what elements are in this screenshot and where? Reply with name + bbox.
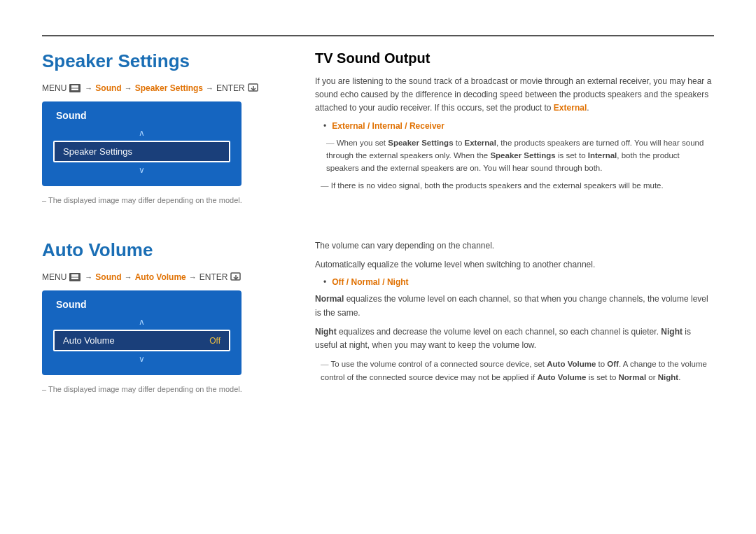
arrow3: → bbox=[206, 84, 214, 92]
speaker-settings-title: Speaker Settings bbox=[42, 50, 287, 72]
off-bold: Off bbox=[607, 360, 619, 368]
menu-enter-label: ENTER bbox=[216, 83, 245, 93]
arrow1: → bbox=[85, 84, 92, 92]
menu-item-label: Speaker Settings bbox=[63, 146, 132, 157]
menu-prefix: MENU bbox=[42, 83, 66, 93]
menu-item-label2: Auto Volume bbox=[63, 335, 115, 346]
tv-sound-para1: If you are listening to the sound track … bbox=[315, 75, 714, 115]
menu-item-auto-volume[interactable]: Auto Volume Off bbox=[53, 330, 230, 351]
enter-icon2 bbox=[230, 272, 241, 282]
auto-volume-note: The displayed image may differ depending… bbox=[42, 385, 287, 393]
page: Speaker Settings MENU → Sound → Speaker … bbox=[0, 0, 756, 421]
auto-volume-left: Auto Volume MENU → Sound → Auto Volume →… bbox=[42, 239, 287, 393]
auto-volume-bold: Auto Volume bbox=[547, 360, 596, 368]
menu-box-title2: Sound bbox=[53, 299, 230, 310]
menu-arrow-up[interactable]: ∧ bbox=[53, 128, 230, 138]
normal-bold: Normal bbox=[315, 294, 344, 304]
menu-arrow-down[interactable]: ∨ bbox=[53, 165, 230, 175]
night-bold2: Night bbox=[661, 327, 682, 337]
menu-item-speaker-settings[interactable]: Speaker Settings bbox=[53, 141, 230, 162]
normal-bold2: Normal bbox=[619, 373, 647, 381]
menu-sound-link: Sound bbox=[95, 83, 121, 93]
bullet-options: External / Internal / Receiver bbox=[332, 121, 444, 131]
external-bold: External bbox=[465, 139, 496, 147]
auto-volume-right: The volume can vary depending on the cha… bbox=[315, 239, 714, 393]
speaker-settings-sub-note: When you set Speaker Settings to Externa… bbox=[321, 136, 714, 175]
auto-volume-section: Auto Volume MENU → Sound → Auto Volume →… bbox=[42, 239, 714, 393]
bullet-off-normal-night: Off / Normal / Night bbox=[323, 277, 714, 287]
auto-volume-bold2: Auto Volume bbox=[537, 373, 586, 381]
auto-volume-end-note: To use the volume control of a connected… bbox=[315, 358, 714, 384]
auto-volume-menu-box: Sound ∧ Auto Volume Off ∨ bbox=[42, 290, 241, 375]
normal-description: Normal equalizes the volume level on eac… bbox=[315, 293, 714, 319]
speaker-settings-right: TV Sound Output If you are listening to … bbox=[315, 50, 714, 204]
menu-box-title: Sound bbox=[53, 110, 230, 121]
speaker-settings-menu-path: MENU → Sound → Speaker Settings → ENTER bbox=[42, 83, 287, 93]
menu-icon2 bbox=[69, 273, 80, 281]
menu-sound-link2: Sound bbox=[95, 272, 121, 282]
arrow2: → bbox=[125, 84, 132, 92]
top-divider bbox=[42, 35, 714, 36]
bullet-options2: Off / Normal / Night bbox=[332, 277, 408, 287]
menu-arrow-down2[interactable]: ∨ bbox=[53, 354, 230, 364]
auto-volume-para2: Automatically equalize the volume level … bbox=[315, 258, 714, 272]
arrow1b: → bbox=[85, 273, 92, 281]
speaker-settings-left: Speaker Settings MENU → Sound → Speaker … bbox=[42, 50, 287, 204]
night-bold3: Night bbox=[658, 373, 678, 381]
menu-item-value: Off bbox=[209, 336, 220, 346]
auto-volume-para1: The volume can vary depending on the cha… bbox=[315, 239, 714, 253]
menu-enter-label2: ENTER bbox=[200, 272, 228, 282]
speaker-settings-bold1: Speaker Settings bbox=[388, 139, 453, 147]
speaker-settings-note: The displayed image may differ depending… bbox=[42, 196, 287, 204]
menu-prefix2: MENU bbox=[42, 272, 66, 282]
bullet-external-internal: External / Internal / Receiver bbox=[323, 121, 714, 131]
speaker-settings-bold2: Speaker Settings bbox=[490, 151, 555, 160]
arrow2b: → bbox=[125, 273, 132, 281]
night-description: Night equalizes and decrease the volume … bbox=[315, 325, 714, 352]
auto-volume-title: Auto Volume bbox=[42, 239, 287, 261]
menu-auto-volume-link: Auto Volume bbox=[135, 272, 186, 282]
internal-bold: Internal bbox=[588, 151, 617, 160]
auto-volume-menu-path: MENU → Sound → Auto Volume → ENTER bbox=[42, 272, 287, 282]
menu-icon bbox=[69, 84, 80, 92]
external-highlight: External bbox=[554, 103, 587, 113]
menu-arrow-up2[interactable]: ∧ bbox=[53, 317, 230, 327]
no-video-note: If there is no video signal, both the pr… bbox=[315, 179, 714, 192]
arrow3b: → bbox=[189, 273, 197, 281]
enter-icon bbox=[248, 83, 259, 93]
menu-speaker-settings-link: Speaker Settings bbox=[135, 83, 203, 93]
tv-sound-output-heading: TV Sound Output bbox=[315, 50, 714, 66]
speaker-settings-section: Speaker Settings MENU → Sound → Speaker … bbox=[42, 50, 714, 204]
speaker-settings-menu-box: Sound ∧ Speaker Settings ∨ bbox=[42, 101, 241, 186]
night-bold1: Night bbox=[315, 327, 337, 337]
